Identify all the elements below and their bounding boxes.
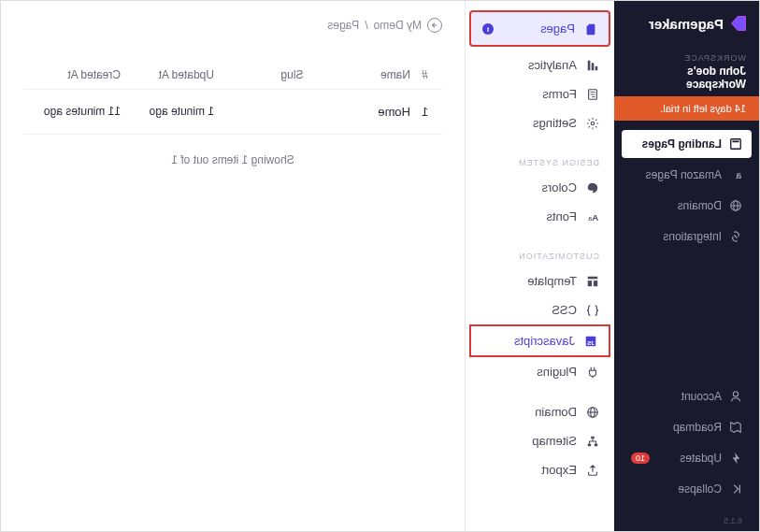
mid-label: Domain — [535, 405, 577, 419]
template-icon — [586, 275, 599, 288]
mid-label: Export — [541, 463, 577, 477]
chart-icon — [586, 59, 599, 72]
mid-label: Settings — [533, 116, 577, 130]
main-content: My Demo / Pages # Name Slug Updated At C… — [1, 1, 465, 531]
cell-created: 11 minutes ago — [27, 105, 121, 119]
back-arrow-icon[interactable] — [427, 18, 442, 33]
nav-label: Amazon Pages — [646, 168, 722, 181]
breadcrumb-current: Pages — [327, 19, 359, 32]
col-header-num: # — [410, 68, 438, 81]
svg-rect-0 — [731, 139, 741, 150]
svg-rect-1 — [733, 141, 739, 143]
font-icon: Aa — [586, 210, 599, 223]
mid-colors[interactable]: Colors — [466, 173, 614, 202]
svg-text:A: A — [592, 211, 598, 222]
nav-roadmap[interactable]: Roadmap — [622, 413, 752, 441]
updates-badge: 10 — [631, 453, 650, 464]
svg-text:a: a — [736, 169, 741, 180]
svg-text:JS: JS — [587, 338, 594, 345]
nav-updates[interactable]: Updates 10 — [622, 444, 752, 472]
mid-css[interactable]: CSS — [466, 295, 614, 324]
mid-label: Sitemap — [532, 434, 577, 448]
workspace-block[interactable]: WORKSPACE John doe's Workspace — [614, 46, 759, 96]
globe-icon — [729, 199, 742, 212]
mid-label: Fonts — [546, 209, 577, 223]
group-label-design: DESIGN SYSTEM — [466, 149, 614, 173]
mid-label: Plugins — [537, 365, 577, 379]
nav-label: Updates — [680, 452, 722, 465]
gear-icon — [586, 117, 599, 130]
info-icon[interactable]: i — [482, 23, 494, 35]
col-header-updated: Updated At — [121, 68, 214, 81]
mid-forms[interactable]: Forms — [466, 79, 614, 108]
sitemap-icon — [586, 435, 599, 448]
mid-fonts[interactable]: Aa Fonts — [466, 202, 614, 231]
workspace-label: WORKSPACE — [627, 53, 746, 63]
svg-point-16 — [591, 122, 595, 125]
mid-template[interactable]: Template — [466, 266, 614, 295]
page-icon — [584, 22, 597, 36]
mid-plugins[interactable]: Plugins — [466, 357, 614, 386]
table-row[interactable]: 1 Home 1 minute ago 11 minutes ago — [23, 90, 442, 135]
mid-label: Pages — [540, 22, 575, 36]
user-icon — [729, 390, 742, 403]
link-icon — [729, 230, 742, 243]
svg-rect-21 — [588, 280, 592, 286]
mid-analytics[interactable]: Analytics — [466, 50, 614, 79]
bolt-icon — [729, 452, 742, 465]
svg-rect-27 — [591, 436, 595, 439]
nav-collapse[interactable]: Collapse — [622, 475, 752, 503]
mid-javascripts[interactable]: JS Javascripts — [469, 324, 610, 357]
breadcrumb: My Demo / Pages — [23, 18, 442, 33]
mid-export[interactable]: Export — [466, 455, 614, 484]
logo-icon — [729, 14, 748, 33]
export-icon — [586, 464, 599, 477]
page-icon — [729, 137, 742, 151]
nav-label: Domains — [678, 199, 722, 212]
nav-integrations[interactable]: Integrations — [622, 223, 752, 251]
globe-icon — [586, 406, 599, 419]
mid-sitemap[interactable]: Sitemap — [466, 426, 614, 455]
mid-domain[interactable]: Domain — [466, 397, 614, 426]
js-icon: JS — [584, 335, 597, 348]
nav-label: Integrations — [663, 230, 722, 243]
mid-label: CSS — [552, 303, 577, 317]
version-text: 6.1.5 — [614, 512, 759, 531]
svg-rect-11 — [588, 60, 591, 70]
mid-settings[interactable]: Settings — [466, 108, 614, 137]
mid-label: Template — [527, 274, 577, 288]
map-icon — [729, 421, 742, 434]
nav-amazon-pages[interactable]: a Amazon Pages — [622, 161, 752, 189]
svg-rect-10 — [592, 63, 595, 70]
col-header-slug: Slug — [214, 68, 303, 81]
nav-account[interactable]: Account — [622, 382, 752, 410]
form-icon — [586, 88, 599, 101]
nav-label: Roadmap — [673, 421, 722, 434]
nav-label: Landing Pages — [642, 137, 722, 151]
mid-label: Analytics — [528, 58, 577, 72]
nav-landing-pages[interactable]: Landing Pages — [622, 130, 752, 158]
mid-label: Javascripts — [514, 334, 575, 348]
amazon-icon: a — [729, 168, 742, 181]
collapse-icon — [729, 482, 742, 496]
palette-icon — [586, 181, 599, 194]
table-footer: Showing 1 items out of 1 — [23, 135, 442, 185]
nav-domains[interactable]: Domains — [622, 192, 752, 220]
brand: Pagemaker — [614, 1, 759, 46]
nav-label: Account — [681, 390, 722, 403]
mid-label: Colors — [541, 180, 577, 194]
braces-icon — [586, 304, 599, 317]
table-header-row: # Name Slug Updated At Created At — [23, 61, 442, 90]
nav-label: Collapse — [678, 482, 722, 496]
cell-slug — [214, 105, 303, 119]
svg-rect-29 — [588, 443, 592, 446]
primary-sidebar: Pagemaker WORKSPACE John doe's Workspace… — [614, 1, 759, 531]
cell-name: Home — [303, 105, 410, 119]
primary-nav: Landing Pages a Amazon Pages Domains Int… — [614, 121, 759, 512]
breadcrumb-root[interactable]: My Demo — [374, 19, 422, 32]
mid-pages[interactable]: Pages i — [469, 10, 610, 47]
plug-icon — [586, 366, 599, 379]
trial-banner[interactable]: 14 days left in trial. — [614, 96, 759, 121]
group-label-custom: CUSTOMIZATION — [466, 242, 614, 266]
svg-rect-19 — [588, 276, 598, 279]
